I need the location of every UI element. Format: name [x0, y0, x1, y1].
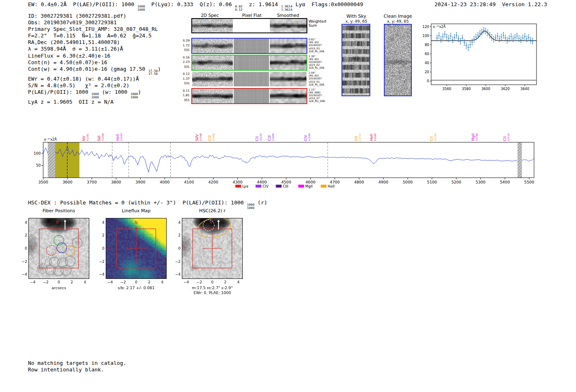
cutout-y-tick-label: 2 [18, 233, 27, 237]
lineflux-map-xlabel: s/b: 2.17 +/- 0.081 [102, 285, 170, 290]
spectrum-x-tick-label: 5400 [500, 180, 510, 184]
info-line: Obs: 20190307v019_3002729381 [28, 19, 161, 26]
spec2d-col-header: 2D Spec [191, 13, 228, 18]
spectrum-x-tick-label: 5200 [451, 180, 461, 184]
cutout-y-tick-label: 0 [18, 246, 27, 251]
emission-line-label: CIII [208, 135, 212, 141]
stacked-fraction: 10001000 [137, 5, 145, 11]
cutout-y-tick-label: −4 [95, 272, 105, 276]
spec2d-row [191, 55, 307, 71]
row-pixel-flat-image [234, 89, 269, 103]
weighted-2d-spec-image [192, 19, 233, 32]
row-observation-info: 1.39"(49, 65)20190307v019_02328_RL_006 [309, 55, 327, 70]
emission-line-rest-wavelength: λ2326 [434, 133, 437, 141]
spec2d-col-header: Pixel Flat [233, 13, 270, 18]
cutout-x-tick-label: 2 [67, 280, 77, 284]
legend-item: HeII [321, 184, 335, 188]
full-spectrum-chart: 3500360037003800390040004100420043004400… [33, 123, 539, 193]
clean-image-frame [384, 24, 412, 96]
emission-line-label: SiII [97, 135, 101, 141]
cutout-x-tick-label: −4 [182, 280, 191, 284]
cutout-y-tick-label: 4 [172, 220, 181, 225]
row-smoothed-image [270, 72, 307, 86]
emission-line-label: CII [430, 136, 434, 141]
clean-image [385, 25, 411, 95]
inset-y-tick-label: 60 [425, 52, 429, 56]
spectrum-unit-label: e⁻¹⁷x2Å [44, 137, 57, 141]
emission-line-label: CIV [304, 135, 308, 141]
detection-info-block: ID: 3002729381 (3002729381.pdf)Obs: 2019… [28, 13, 161, 105]
row-observation-info: 1.15"(49, 896)20190307v019_07328_RU_09B [309, 88, 327, 103]
spectrum-x-tick-label: 4300 [232, 180, 242, 184]
weighted-sum-label: WeightedSum [309, 19, 326, 28]
hsc-r-cutout-overlay: NE [182, 218, 242, 278]
spec2d-row [191, 38, 307, 54]
inset-x-tick-label: 3600 [481, 87, 490, 91]
cutout-y-tick-label: −4 [18, 272, 27, 276]
cutout-y-tick-label: 0 [95, 246, 105, 251]
spectrum-x-tick-label: 4800 [354, 180, 364, 184]
cutout-y-tick-label: −2 [18, 260, 27, 264]
legend-label: CIII [283, 184, 288, 188]
emission-line-label: HeII [116, 134, 120, 141]
legend-swatch [276, 185, 281, 188]
timestamp-version: 2024-12-23 23:28:49 Version 1.22.3 [434, 1, 547, 7]
cutout-y-tick-label: 0 [172, 246, 181, 251]
cutout-x-tick-label: 4 [234, 280, 243, 284]
stacked-fraction: 0.020.12 [235, 5, 242, 11]
emission-line-rest-wavelength: λ1909 [212, 133, 215, 141]
east-label: E [31, 246, 33, 251]
info-line: Cont(w) = 4.90(±0.01)e-16 (gmag 17.50 17… [28, 66, 161, 76]
summary-header: EW: 0.4±0.2Å P(LAE)/P(OII): 1000 1000100… [28, 1, 363, 11]
spectrum-x-tick-label: 4200 [208, 180, 218, 184]
spectrum-y-tick-label: 50 [36, 163, 41, 167]
with-sky-frame [341, 24, 370, 96]
info-line: S/N = 4.8(±0.5) χ² = 2.0(±0.2) [28, 82, 161, 89]
cutout-y-tick-label: −2 [172, 260, 181, 264]
north-arrow-head [217, 220, 220, 222]
cutout-x-tick-label: 4 [80, 280, 89, 284]
inset-x-tick-label: 3580 [462, 87, 471, 91]
with-sky-coords: x, y: 49, 65 [342, 19, 371, 23]
row-2d-spec-image [192, 39, 233, 53]
with-sky-image [342, 25, 369, 95]
spectrum-x-tick-label: 3900 [135, 180, 145, 184]
clean-image-title: Clean Image [381, 14, 414, 19]
row-smoothed-image [270, 56, 307, 70]
legend-item: MgII [298, 184, 313, 188]
info-line: Primary Spec_Slot_IFU_AMP: 328_087_048_R… [28, 26, 161, 32]
legend-swatch [255, 185, 261, 188]
north-label: N [56, 220, 59, 225]
inset-y-tick-label: 40 [425, 61, 429, 65]
fiber-circle [65, 246, 75, 255]
spectrum-x-tick-label: 5300 [476, 180, 485, 184]
spectrum-x-tick-label: 4600 [306, 180, 316, 184]
aperture-dashed-circle [203, 220, 214, 231]
emission-line-label: CIII [267, 135, 272, 141]
fiber-positions-title: Fiber Positions [25, 208, 93, 213]
info-line: Cont(n) = 4.50(±0.07)e-16 [28, 59, 161, 66]
info-line: EWr = 0.47(±0.18) (w: 0.44(±0.17))Å [28, 76, 161, 82]
fiber-positions-xlabel: arcsecs [25, 285, 93, 290]
inset-y-tick-label: 80 [425, 43, 429, 47]
row-fiber-stats: 0.111.81351 [178, 88, 190, 103]
legend-swatch [298, 185, 304, 188]
legend-label: MgII [305, 184, 313, 188]
cutout-x-tick-label: 0 [208, 280, 217, 284]
cutout-x-tick-label: −4 [28, 280, 37, 284]
lineflux-map-overlay: NE [106, 218, 166, 278]
legend-item: CIII [276, 184, 288, 188]
emission-line-label: NV [82, 135, 86, 141]
clean-image-coords: x, y: 49, 65 [381, 19, 414, 23]
inset-unit-label: e⁻¹⁷x2Å [433, 24, 446, 29]
info-line: P(LAE)/P(OII): 1000 10001000 (w: 1000 10… [28, 89, 161, 99]
spectrum-y-tick-label: 100 [34, 151, 41, 155]
legend-item: Lyα [235, 184, 249, 188]
spectrum-x-tick-label: 3700 [87, 180, 97, 184]
row-fiber-stats: 0.121.37331 [178, 72, 190, 86]
emission-line-rest-wavelength: λ1640 [374, 133, 376, 141]
row-fiber-stats: 0.291.72331 [178, 38, 190, 53]
cutout-y-tick-label: 2 [172, 233, 181, 237]
cutout-x-tick-label: −4 [106, 280, 115, 284]
full-spectrum-svg: 3500360037003800390040004100420043004400… [33, 123, 539, 191]
